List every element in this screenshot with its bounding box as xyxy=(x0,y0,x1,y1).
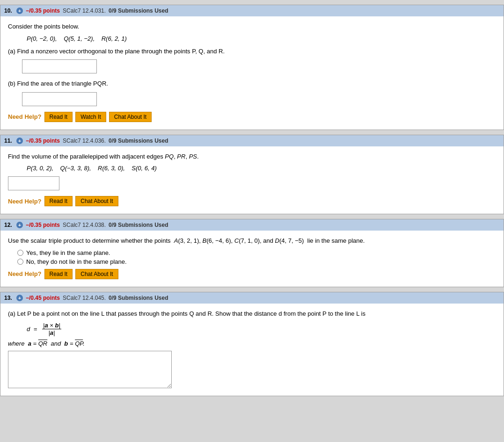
q12-submissions: 0/9 Submissions Used xyxy=(109,222,168,228)
q11-points-line: P(3, 0, 2), Q(−3, 3, 8), R(6, 3, 0), S(0… xyxy=(27,165,496,172)
q10-part-b-label: (b) Find the area of the triangle PQR. xyxy=(8,79,496,88)
q12-radio-no[interactable] xyxy=(17,259,23,265)
q13-formula: d = |a × b| |a| xyxy=(27,322,496,336)
q13-numerator: |a × b| xyxy=(42,322,61,329)
question-11: 11. + −/0.35 points SCalc7 12.4.036. 0/9… xyxy=(0,135,504,215)
question-12-body: Use the scalar triple product to determi… xyxy=(0,231,504,287)
q13-where-row: where a = QR and b = QP. xyxy=(8,340,496,347)
question-13-header: 13. + −/0.45 points SCalc7 12.4.045. 0/9… xyxy=(0,292,504,304)
q11-source: SCalc7 12.4.036. xyxy=(63,138,106,144)
q13-vec-a: QR xyxy=(38,340,48,347)
q13-d-equals: d xyxy=(27,326,30,333)
question-10-header: 10. + −/0.35 points SCalc7 12.4.031. 0/9… xyxy=(0,5,504,16)
q10-chat-about-it-btn[interactable]: Chat About It xyxy=(109,112,152,122)
question-11-body: Find the volume of the parallelepiped wi… xyxy=(0,146,504,214)
q12-source: SCalc7 12.4.038. xyxy=(63,222,106,228)
q12-expand-icon[interactable]: + xyxy=(16,222,23,228)
q12-chat-about-it-btn[interactable]: Chat About It xyxy=(75,269,118,279)
q10-source: SCalc7 12.4.031. xyxy=(63,7,106,14)
q12-read-it-btn[interactable]: Read It xyxy=(44,269,73,279)
q13-fraction: |a × b| |a| xyxy=(42,322,61,336)
q10-part-b-input[interactable] xyxy=(22,92,97,106)
q13-denominator: |a| xyxy=(47,329,56,336)
q13-expand-icon[interactable]: + xyxy=(16,295,23,301)
q10-watch-it-btn[interactable]: Watch It xyxy=(75,112,106,122)
q10-number: 10. xyxy=(4,7,14,14)
q12-number: 12. xyxy=(4,222,14,228)
q11-chat-about-it-btn[interactable]: Chat About It xyxy=(75,196,118,206)
question-12: 12. + −/0.35 points SCalc7 12.4.038. 0/9… xyxy=(0,219,504,287)
q13-points: −/0.45 points xyxy=(26,295,60,301)
q12-points: −/0.35 points xyxy=(26,222,60,228)
q13-part-a-text: (a) Let P be a point not on the line L t… xyxy=(8,309,496,319)
q11-need-help-row: Need Help? Read It Chat About It xyxy=(8,196,496,206)
q12-need-help-label: Need Help? xyxy=(8,270,42,277)
q11-need-help-label: Need Help? xyxy=(8,198,42,205)
q10-need-help-label: Need Help? xyxy=(8,113,42,120)
q10-part-a-input[interactable] xyxy=(22,59,97,73)
q11-expand-icon[interactable]: + xyxy=(16,138,23,144)
q12-intro: Use the scalar triple product to determi… xyxy=(8,236,496,246)
q12-radio-yes[interactable] xyxy=(17,250,23,256)
q10-part-a-label: (a) Find a nonzero vector orthogonal to … xyxy=(8,47,496,56)
q13-source: SCalc7 12.4.045. xyxy=(63,295,106,301)
q13-submissions: 0/9 Submissions Used xyxy=(109,295,168,301)
q11-points: −/0.35 points xyxy=(26,138,60,144)
q13-part-a-textarea[interactable] xyxy=(8,351,172,388)
q12-option-no-label: No, they do not lie in the same plane. xyxy=(26,258,127,265)
q10-submissions: 0/9 Submissions Used xyxy=(109,7,168,14)
q13-number: 13. xyxy=(4,295,14,301)
q10-coords: P xyxy=(27,35,31,42)
q10-points: −/0.35 points xyxy=(26,7,60,14)
question-13-body: (a) Let P be a point not on the line L t… xyxy=(0,304,504,396)
question-10: 10. + −/0.35 points SCalc7 12.4.031. 0/9… xyxy=(0,5,504,130)
q10-need-help-row: Need Help? Read It Watch It Chat About I… xyxy=(8,112,496,122)
q10-points-line: P(0, −2, 0), Q(5, 1, −2), R(6, 2, 1) xyxy=(27,35,496,42)
q11-answer-input[interactable] xyxy=(8,176,59,190)
q11-intro: Find the volume of the parallelepiped wi… xyxy=(8,152,496,161)
q12-option-yes: Yes, they lie in the same plane. xyxy=(17,249,496,256)
q11-number: 11. xyxy=(4,138,14,144)
question-12-header: 12. + −/0.35 points SCalc7 12.4.038. 0/9… xyxy=(0,219,504,231)
q11-submissions: 0/9 Submissions Used xyxy=(109,138,168,144)
q12-option-no: No, they do not lie in the same plane. xyxy=(17,258,496,265)
question-11-header: 11. + −/0.35 points SCalc7 12.4.036. 0/9… xyxy=(0,135,504,146)
q12-need-help-row: Need Help? Read It Chat About It xyxy=(8,269,496,279)
q10-intro: Consider the points below. xyxy=(8,22,496,31)
question-10-body: Consider the points below. P(0, −2, 0), … xyxy=(0,16,504,130)
q11-read-it-btn[interactable]: Read It xyxy=(44,196,73,206)
q13-vec-b: QP xyxy=(75,340,83,347)
q10-read-it-btn[interactable]: Read It xyxy=(44,112,73,122)
q10-expand-icon[interactable]: + xyxy=(16,7,23,14)
question-13: 13. + −/0.45 points SCalc7 12.4.045. 0/9… xyxy=(0,292,504,397)
q12-option-yes-label: Yes, they lie in the same plane. xyxy=(26,249,110,256)
